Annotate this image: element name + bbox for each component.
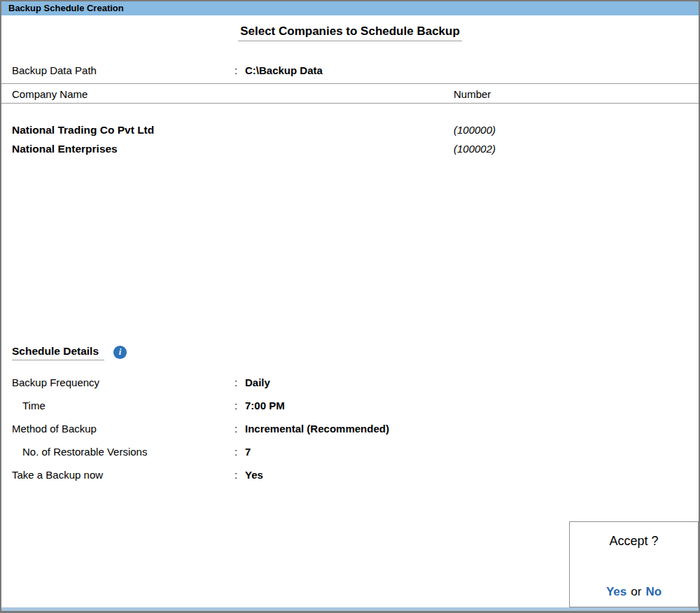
page-heading-wrap: Select Companies to Schedule Backup (1, 24, 699, 41)
take-backup-now-value[interactable]: Yes (245, 467, 263, 483)
field-row-time: Time : 7:00 PM (1, 398, 699, 414)
accept-dialog: Accept ? YesorNo (569, 521, 699, 607)
accept-yes-button[interactable]: Yes (606, 585, 626, 598)
field-row-restorable-versions: No. of Restorable Versions : 7 (1, 444, 699, 460)
company-name[interactable]: National Trading Co Pvt Ltd (12, 122, 154, 138)
table-top-divider (1, 83, 699, 84)
backup-frequency-value[interactable]: Daily (245, 375, 270, 390)
field-label: No. of Restorable Versions (22, 444, 147, 460)
time-value[interactable]: 7:00 PM (245, 398, 285, 414)
table-row[interactable]: National Trading Co Pvt Ltd (100000) (1, 122, 699, 138)
backup-path-label: Backup Data Path (12, 63, 97, 78)
field-label: Backup Frequency (12, 375, 99, 390)
accept-no-button[interactable]: No (645, 585, 662, 598)
window-title: Backup Schedule Creation (8, 3, 124, 13)
field-label: Method of Backup (12, 421, 97, 437)
window-titlebar: Backup Schedule Creation (1, 1, 699, 15)
field-row-method-of-backup: Method of Backup : Incremental (Recommen… (1, 421, 699, 437)
backup-path-row: Backup Data Path : C:\Backup Data (1, 63, 699, 78)
field-row-backup-frequency: Backup Frequency : Daily (1, 375, 699, 390)
separator-colon: : (234, 444, 237, 460)
accept-actions: YesorNo (570, 585, 698, 599)
separator-colon: : (234, 375, 237, 390)
restorable-versions-value[interactable]: 7 (245, 444, 251, 460)
separator-colon: : (234, 63, 237, 78)
column-company-name: Company Name (12, 87, 88, 102)
company-number: (100000) (454, 122, 496, 138)
company-name[interactable]: National Enterprises (12, 141, 118, 157)
bottom-accent-strip (1, 607, 699, 611)
page-title: Select Companies to Schedule Backup (238, 24, 462, 41)
table-header-row: Company Name Number (1, 87, 699, 102)
company-number: (100002) (454, 141, 496, 157)
separator-colon: : (234, 421, 237, 437)
table-header-divider (1, 103, 699, 104)
field-label: Time (22, 398, 46, 414)
accept-question: Accept ? (570, 534, 698, 549)
table-row[interactable]: National Enterprises (100002) (1, 141, 699, 157)
accept-or-label: or (626, 585, 645, 598)
separator-colon: : (234, 467, 237, 483)
schedule-details-title: Schedule Details (12, 345, 104, 360)
backup-path-value[interactable]: C:\Backup Data (245, 63, 323, 78)
field-row-take-backup-now: Take a Backup now : Yes (1, 467, 699, 483)
field-label: Take a Backup now (12, 467, 103, 483)
column-number: Number (454, 87, 491, 102)
schedule-details-header: Schedule Details i (12, 344, 127, 361)
backup-schedule-window: Backup Schedule Creation Select Companie… (0, 0, 700, 613)
info-icon[interactable]: i (113, 346, 127, 359)
separator-colon: : (234, 398, 237, 414)
method-of-backup-value[interactable]: Incremental (Recommended) (245, 421, 389, 437)
